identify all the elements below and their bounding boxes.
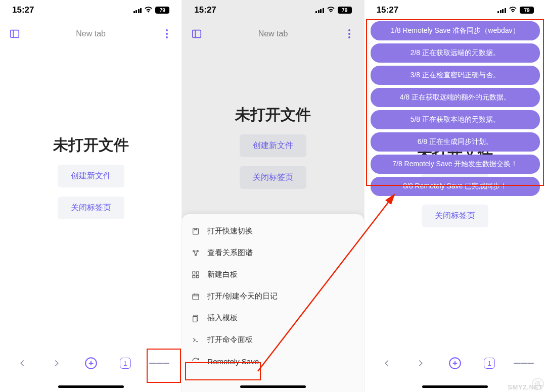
sync-toast: 5/8 正在获取本地的元数据。	[371, 110, 540, 129]
menu-item-template[interactable]: 插入模板	[182, 307, 363, 329]
svg-rect-15	[193, 294, 199, 300]
tab-bar: New tab	[0, 18, 181, 45]
svg-rect-11	[193, 272, 195, 274]
status-right: 79	[497, 5, 534, 15]
wifi-icon	[509, 5, 517, 15]
sync-toast: 6/8 正在生成同步计划。	[371, 132, 540, 152]
sync-toast: 8/8 Remotely Save 已完成同步！	[371, 177, 540, 196]
menu-item-label: 插入模板	[207, 313, 238, 323]
status-time: 15:27	[377, 5, 398, 15]
signal-icon	[497, 7, 506, 13]
home-indicator	[422, 385, 488, 388]
tab-title: New tab	[76, 29, 106, 38]
wifi-icon	[327, 5, 335, 15]
nav-back-icon[interactable]	[377, 353, 397, 373]
close-tab-button[interactable]: 关闭标签页	[422, 205, 488, 227]
empty-title: 未打开文件	[53, 135, 129, 156]
menu-item-daily-note[interactable]: 打开/创建今天的日记	[182, 285, 363, 307]
home-indicator	[240, 385, 306, 388]
menu-item-label: 打开/创建今天的日记	[207, 291, 278, 301]
menu-item-quickswitch[interactable]: 打开快速切换	[182, 220, 363, 242]
watermark-smyz: SMYZ.NET	[508, 383, 543, 391]
sync-toast: 3/8 正在检查密码正确与否。	[371, 66, 540, 85]
home-indicator	[58, 385, 124, 388]
calendar-icon	[191, 292, 200, 301]
status-right: 79	[315, 5, 352, 15]
tab-title: New tab	[258, 29, 288, 38]
menu-item-remotely-save[interactable]: Remotely Save	[182, 351, 363, 372]
phone-screen-2: 15:27 79 New tab 未打开文件 创建新文件 关闭标签页 打开快速切…	[182, 0, 364, 392]
sync-icon	[191, 357, 200, 366]
menu-item-command-palette[interactable]: 打开命令面板	[182, 329, 363, 351]
svg-point-10	[195, 254, 197, 256]
quickswitch-icon	[191, 227, 200, 236]
create-file-button[interactable]: 创建新文件	[58, 165, 124, 187]
status-time: 15:27	[12, 5, 34, 15]
svg-point-9	[197, 250, 199, 252]
phone-screen-1: 15:27 79 New tab 未打开文件 创建新文件 关闭标签页 1	[0, 0, 182, 392]
empty-state: 未打开文件 创建新文件 关闭标签页	[0, 45, 181, 308]
status-time: 15:27	[194, 5, 216, 15]
sync-toast: 4/8 正在获取远端的额外的元数据。	[371, 88, 540, 107]
sidebar-toggle-icon[interactable]	[8, 27, 21, 40]
hamburger-menu-icon[interactable]	[514, 353, 534, 373]
template-icon	[191, 314, 200, 323]
signal-icon	[315, 7, 324, 13]
battery-icon: 79	[338, 7, 352, 14]
nav-forward-icon[interactable]	[411, 353, 431, 373]
create-file-button[interactable]: 创建新文件	[240, 134, 306, 157]
status-bar: 15:27 79	[0, 0, 181, 18]
sync-toast-stack: 1/8 Remotely Save 准备同步（webdav） 2/8 正在获取远…	[371, 21, 540, 196]
status-bar: 15:27 79	[365, 0, 546, 18]
menu-sheet: 打开快速切换 查看关系图谱 新建白板 打开/创建今天的日记 插入模板 打开命令面…	[182, 214, 363, 392]
nav-back-icon[interactable]	[12, 353, 32, 373]
battery-icon: 79	[520, 7, 534, 14]
tab-menu-icon[interactable]	[343, 27, 356, 40]
nav-forward-icon[interactable]	[47, 353, 67, 373]
tab-count-button[interactable]: 1	[115, 353, 135, 373]
hamburger-menu-icon[interactable]	[149, 353, 169, 373]
sync-toast: 2/8 正在获取远端的元数据。	[371, 43, 540, 63]
tab-menu-icon[interactable]	[160, 27, 173, 40]
svg-point-8	[193, 250, 195, 252]
svg-rect-5	[193, 30, 201, 38]
battery-icon: 79	[155, 7, 169, 14]
add-button[interactable]	[81, 353, 101, 373]
menu-item-label: 新建白板	[207, 270, 238, 279]
tab-count-button[interactable]: 1	[479, 353, 499, 373]
sidebar-toggle-icon[interactable]	[190, 27, 203, 40]
phone-screen-3: 15:27 79 未打开文件 创建新文件 关闭标签页 1/8 Remotely …	[365, 0, 546, 392]
empty-title: 未打开文件	[235, 105, 311, 125]
tab-bar: New tab	[182, 18, 363, 45]
graph-icon	[191, 249, 200, 258]
svg-rect-20	[193, 316, 197, 322]
close-tab-button[interactable]: 关闭标签页	[58, 197, 124, 219]
close-tab-button[interactable]: 关闭标签页	[240, 166, 306, 189]
menu-item-label: Remotely Save	[207, 357, 259, 366]
status-right: 79	[133, 5, 170, 15]
svg-rect-0	[11, 30, 19, 38]
status-bar: 15:27 79	[182, 0, 363, 18]
svg-rect-13	[193, 275, 195, 278]
signal-icon	[133, 7, 142, 13]
add-button[interactable]	[445, 353, 465, 373]
sync-toast: 1/8 Remotely Save 准备同步（webdav）	[371, 21, 540, 40]
terminal-icon	[191, 335, 200, 345]
menu-item-canvas[interactable]: 新建白板	[182, 264, 363, 285]
sync-toast: 7/8 Remotely Save 开始发生数据交换！	[371, 155, 540, 174]
canvas-icon	[191, 270, 200, 279]
menu-item-graph[interactable]: 查看关系图谱	[182, 242, 363, 264]
menu-item-label: 打开命令面板	[207, 335, 253, 345]
menu-item-label: 打开快速切换	[207, 226, 253, 236]
menu-item-label: 查看关系图谱	[207, 248, 253, 258]
svg-rect-12	[197, 272, 199, 274]
svg-rect-14	[197, 275, 199, 278]
wifi-icon	[144, 5, 153, 15]
